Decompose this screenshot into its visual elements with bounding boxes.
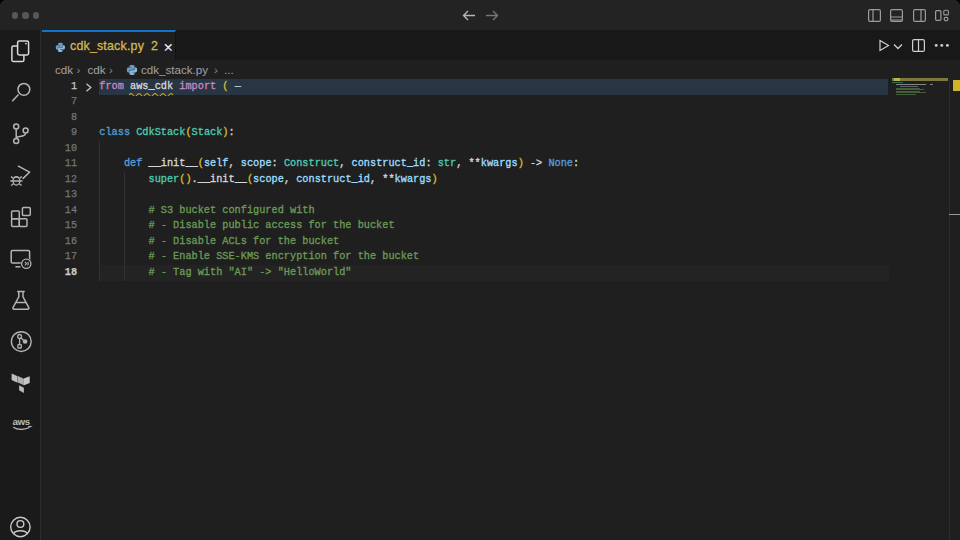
svg-text:aws: aws [13,416,31,427]
